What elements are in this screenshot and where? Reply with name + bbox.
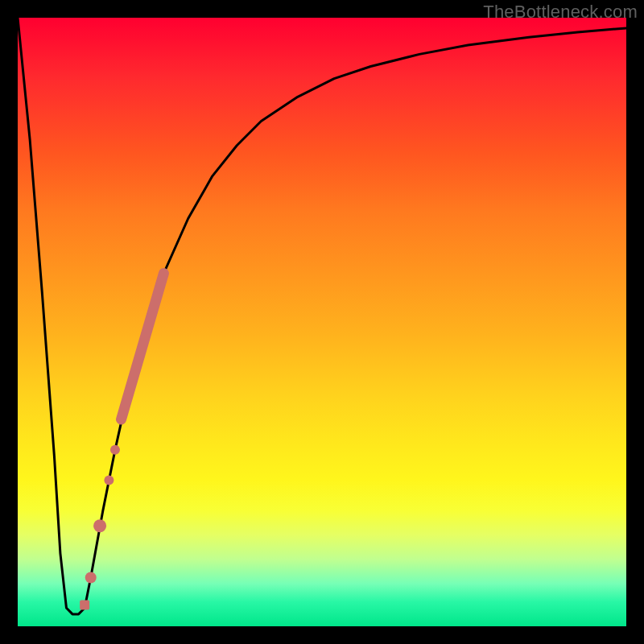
bottleneck-curve bbox=[18, 18, 626, 614]
chart-svg bbox=[18, 18, 626, 626]
dot2 bbox=[104, 476, 114, 485]
plot-area bbox=[18, 18, 626, 626]
watermark-text: TheBottleneck.com bbox=[483, 2, 638, 23]
chart-frame: TheBottleneck.com bbox=[0, 0, 644, 644]
dot1 bbox=[110, 445, 120, 455]
data-markers bbox=[80, 274, 163, 610]
dot5_square bbox=[80, 601, 89, 610]
dot3 bbox=[93, 519, 106, 532]
dot4 bbox=[85, 572, 97, 584]
bar_segment bbox=[122, 274, 164, 419]
